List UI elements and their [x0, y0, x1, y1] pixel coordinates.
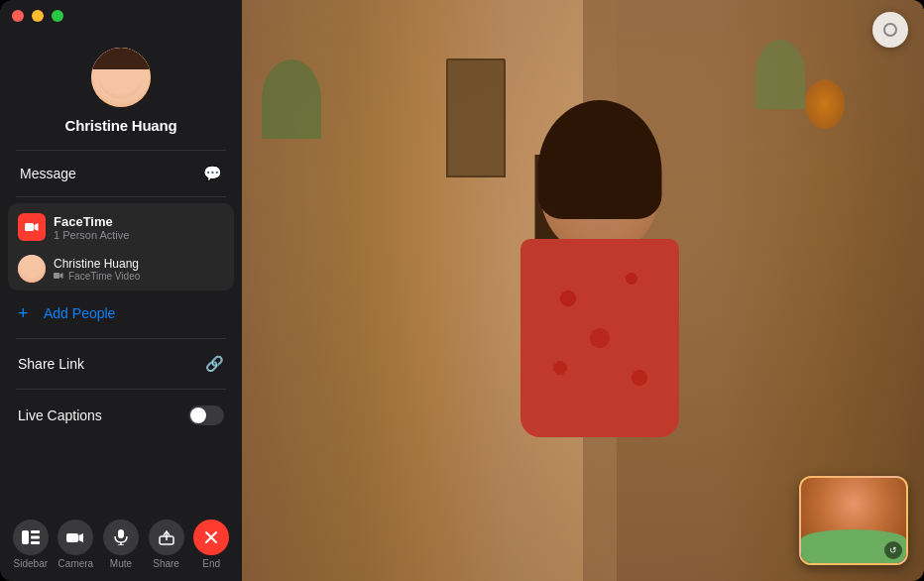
live-captions-toggle[interactable]	[188, 406, 224, 425]
facetime-title: FaceTime	[54, 214, 129, 229]
end-button[interactable]: End	[190, 520, 232, 569]
message-row[interactable]: Message 💬	[4, 155, 238, 192]
camera-label: Camera	[58, 558, 94, 569]
person-shape	[461, 85, 739, 581]
sidebar-icon	[13, 520, 49, 555]
divider-top	[16, 150, 226, 151]
person-body	[520, 239, 679, 437]
profile-section: Christine Huang	[0, 32, 242, 146]
share-link-row[interactable]: Share Link 🔗	[8, 345, 234, 383]
avatar	[91, 48, 151, 107]
svg-marker-9	[79, 533, 84, 542]
chain-icon: 🔗	[205, 355, 224, 373]
self-view-rotate-icon[interactable]: ↺	[884, 541, 902, 559]
svg-marker-1	[35, 223, 39, 231]
divider-share	[16, 338, 226, 339]
divider-captions	[16, 389, 226, 390]
end-icon	[193, 520, 229, 555]
divider-mid	[16, 196, 226, 197]
profile-name: Christine Huang	[65, 117, 177, 134]
contact-info: Christine Huang FaceTime Video	[54, 257, 140, 282]
maximize-button[interactable]	[52, 10, 63, 22]
svg-rect-5	[31, 530, 40, 533]
share-link-label: Share Link	[18, 356, 84, 372]
facetime-title-group: FaceTime 1 Person Active	[54, 214, 129, 241]
close-button[interactable]	[12, 10, 24, 22]
mute-icon	[103, 520, 139, 555]
camera-button[interactable]: Camera	[55, 520, 96, 569]
end-label: End	[202, 558, 220, 569]
svg-rect-2	[54, 273, 59, 279]
app-window: Christine Huang Message 💬 FaceTime 1 Per…	[0, 0, 924, 581]
facetime-video-icon	[18, 213, 46, 241]
memoji-avatar	[91, 48, 151, 107]
svg-rect-6	[31, 536, 40, 539]
camera-icon	[58, 520, 93, 555]
share-label: Share	[153, 558, 179, 569]
contact-name: Christine Huang	[54, 257, 140, 271]
contact-avatar-inner	[18, 255, 46, 283]
title-bar	[0, 0, 242, 32]
svg-rect-0	[25, 223, 34, 231]
svg-rect-4	[22, 530, 29, 544]
dress-detail	[520, 239, 679, 437]
facetime-subtitle: 1 Person Active	[54, 229, 129, 241]
mute-label: Mute	[110, 558, 132, 569]
mute-button[interactable]: Mute	[100, 520, 142, 569]
add-people-row[interactable]: + Add People	[8, 294, 234, 332]
main-video: ↺	[242, 0, 924, 581]
message-label: Message	[20, 166, 76, 181]
contact-row[interactable]: Christine Huang FaceTime Video	[8, 249, 234, 289]
contact-status: FaceTime Video	[54, 271, 140, 282]
contact-avatar	[18, 255, 46, 283]
facetime-header: FaceTime 1 Person Active	[8, 205, 234, 249]
share-icon	[149, 520, 184, 555]
sidebar: Christine Huang Message 💬 FaceTime 1 Per…	[0, 0, 242, 581]
svg-rect-7	[31, 541, 40, 544]
sidebar-button[interactable]: Sidebar	[10, 520, 52, 569]
bottom-toolbar: Sidebar Camera	[0, 510, 242, 581]
record-icon	[883, 23, 897, 37]
sidebar-label: Sidebar	[14, 558, 48, 569]
live-captions-label: Live Captions	[18, 407, 102, 423]
live-captions-row[interactable]: Live Captions	[8, 396, 234, 435]
facetime-group: FaceTime 1 Person Active Christine Huang	[8, 203, 234, 290]
record-button[interactable]	[872, 12, 908, 48]
svg-rect-8	[66, 533, 78, 542]
self-view-thumbnail[interactable]: ↺	[799, 476, 908, 565]
svg-rect-10	[118, 529, 124, 538]
minimize-button[interactable]	[32, 10, 44, 22]
person-hair	[538, 100, 662, 219]
share-button[interactable]: Share	[146, 520, 187, 569]
svg-marker-3	[60, 273, 63, 279]
message-icon: 💬	[203, 165, 222, 182]
add-people-label: Add People	[44, 305, 115, 321]
plus-icon: +	[18, 304, 36, 322]
